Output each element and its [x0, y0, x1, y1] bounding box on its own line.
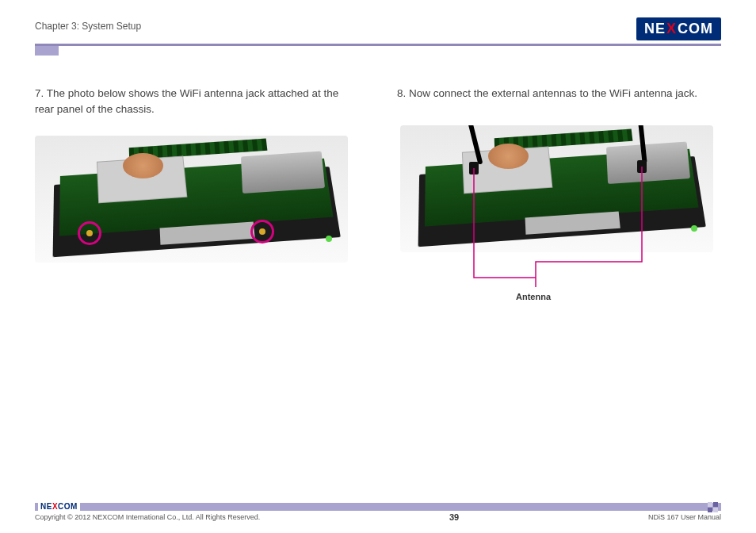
- step-7-text: 7. The photo below shows the WiFi antenn…: [35, 86, 359, 118]
- antenna-callout-label: Antenna: [516, 292, 551, 301]
- footer-row: Copyright © 2012 NEXCOM International Co…: [35, 512, 721, 522]
- footer-bar: NEXCOM: [35, 503, 721, 511]
- copper-heatspreader: [123, 153, 163, 178]
- page-footer: NEXCOM Copyright © 2012 NEXCOM Internati…: [35, 503, 721, 522]
- audio-jack-icon: [326, 236, 332, 242]
- step-8-text: 8. Now connect the external antennas to …: [397, 86, 721, 102]
- footer-logo: NEXCOM: [38, 503, 80, 511]
- chapter-title: Chapter 3: System Setup: [35, 17, 141, 32]
- column-left: 7. The photo below shows the WiFi antenn…: [35, 86, 359, 263]
- brand-logo-x: X: [666, 21, 677, 37]
- page: Chapter 3: System Setup NEXCOM 7. The ph…: [0, 0, 756, 533]
- footer-logo-left: NE: [40, 502, 52, 511]
- antenna-base-left: [469, 162, 479, 174]
- figure-step-7: [35, 136, 359, 263]
- hard-drive-2: [606, 141, 690, 183]
- footer-logo-right: COM: [58, 502, 78, 511]
- document-title: NDiS 167 User Manual: [648, 513, 721, 521]
- footer-logo-x: X: [52, 502, 58, 511]
- audio-jack-icon-2: [691, 225, 697, 232]
- brand-logo-text-right: COM: [678, 21, 713, 37]
- board-photo-1: [35, 136, 348, 263]
- figure-step-8: Antenna: [397, 119, 721, 252]
- copyright-text: Copyright © 2012 NEXCOM International Co…: [35, 513, 260, 521]
- highlight-circle-left: [78, 221, 101, 245]
- page-number: 39: [449, 512, 459, 522]
- content-columns: 7. The photo below shows the WiFi antenn…: [35, 86, 721, 263]
- brand-logo-text-left: NE: [644, 21, 666, 37]
- column-right: 8. Now connect the external antennas to …: [397, 86, 721, 263]
- brand-logo: NEXCOM: [636, 17, 721, 40]
- antenna-base-right: [637, 160, 647, 173]
- board-photo-2: [400, 125, 713, 252]
- copper-heatspreader-2: [488, 144, 529, 169]
- hard-drive: [241, 151, 325, 194]
- highlight-circle-right: [250, 220, 274, 243]
- page-header: Chapter 3: System Setup NEXCOM: [35, 17, 721, 46]
- footer-squares-icon: [708, 502, 718, 512]
- accent-bar: [35, 46, 59, 56]
